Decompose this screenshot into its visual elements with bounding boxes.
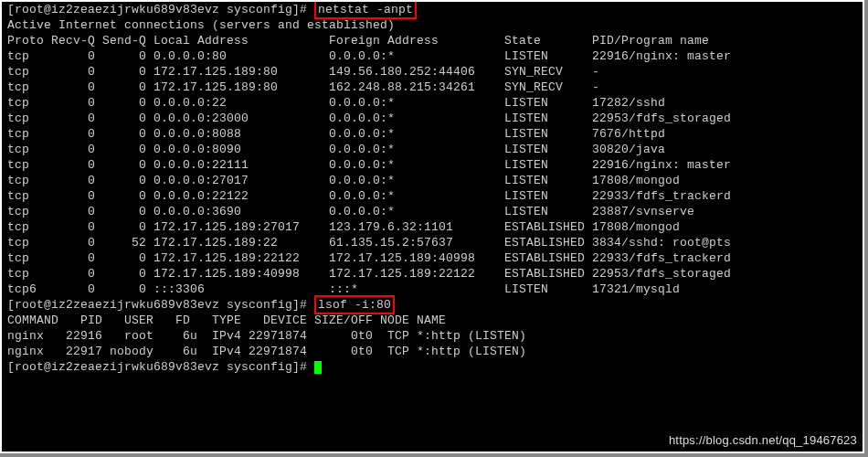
netstat-row: tcp 0 0 0.0.0.0:80 0.0.0.0:* LISTEN 2291… [2,48,863,64]
netstat-row: tcp 0 52 172.17.125.189:22 61.135.15.2:5… [2,235,863,250]
netstat-columns: Proto Recv-Q Send-Q Local Address Foreig… [2,33,863,48]
prompt-line-3: [root@iz2zeaezijrwku689v83evz sysconfig]… [2,359,863,375]
prompt: [root@iz2zeaezijrwku689v83evz sysconfig]… [7,298,307,312]
prompt-line-1: [root@iz2zeaezijrwku689v83evz sysconfig]… [2,2,863,17]
watermark: https://blog.csdn.net/qq_19467623 [669,432,857,448]
netstat-row: tcp 0 0 0.0.0.0:23000 0.0.0.0:* LISTEN 2… [2,111,863,126]
prompt: [root@iz2zeaezijrwku689v83evz sysconfig]… [7,3,307,16]
lsof-row: nginx 22917 nobody 6u IPv4 22971874 0t0 … [2,344,863,359]
cmd-netstat: netstat -anpt [318,3,413,16]
netstat-row: tcp 0 0 0.0.0.0:3690 0.0.0.0:* LISTEN 23… [2,204,863,219]
terminal[interactable]: [root@iz2zeaezijrwku689v83evz sysconfig]… [0,0,864,453]
netstat-row: tcp 0 0 0.0.0.0:27017 0.0.0.0:* LISTEN 1… [2,173,863,188]
netstat-row: tcp 0 0 0.0.0.0:22111 0.0.0.0:* LISTEN 2… [2,157,863,173]
netstat-row: tcp6 0 0 :::3306 :::* LISTEN 17321/mysql… [2,282,863,297]
netstat-row: tcp 0 0 172.17.125.189:80 162.248.88.215… [2,80,863,95]
netstat-row: tcp 0 0 0.0.0.0:22 0.0.0.0:* LISTEN 1728… [2,95,863,111]
netstat-row: tcp 0 0 0.0.0.0:8088 0.0.0.0:* LISTEN 76… [2,126,863,142]
netstat-row: tcp 0 0 172.17.125.189:80 149.56.180.252… [2,64,863,80]
prompt: [root@iz2zeaezijrwku689v83evz sysconfig]… [7,360,307,374]
prompt-line-2: [root@iz2zeaezijrwku689v83evz sysconfig]… [2,297,863,313]
netstat-row: tcp 0 0 172.17.125.189:22122 172.17.125.… [2,250,863,266]
cmd-lsof-highlight: lsof -i:80 [314,295,395,314]
cmd-netstat-highlight: netstat -anpt [314,0,417,19]
netstat-row: tcp 0 0 0.0.0.0:22122 0.0.0.0:* LISTEN 2… [2,188,863,204]
cmd-lsof: lsof -i:80 [318,298,391,312]
lsof-columns: COMMAND PID USER FD TYPE DEVICE SIZE/OFF… [2,313,863,328]
netstat-header: Active Internet connections (servers and… [2,17,863,33]
netstat-row: tcp 0 0 0.0.0.0:8090 0.0.0.0:* LISTEN 30… [2,142,863,157]
lsof-row: nginx 22916 root 6u IPv4 22971874 0t0 TC… [2,328,863,344]
netstat-row: tcp 0 0 172.17.125.189:40998 172.17.125.… [2,266,863,282]
netstat-row: tcp 0 0 172.17.125.189:27017 123.179.6.3… [2,219,863,235]
cursor [314,361,322,374]
